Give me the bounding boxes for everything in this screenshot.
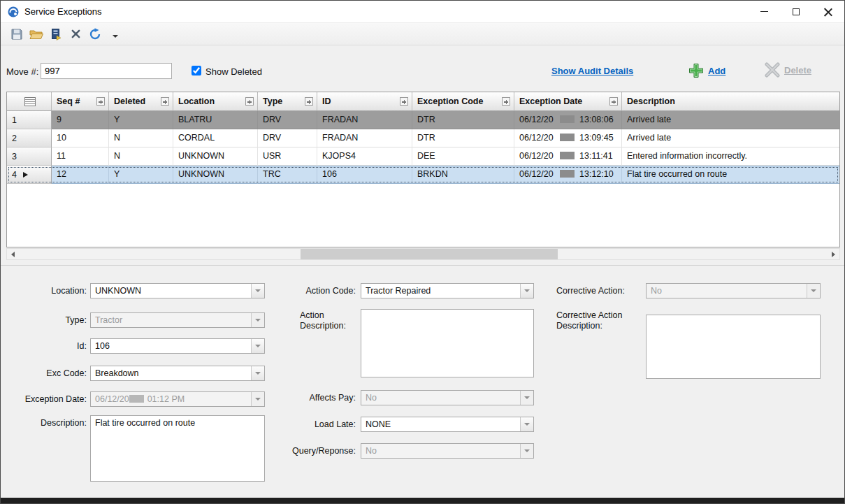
scroll-right-button[interactable] [828,249,839,259]
cell-description: Entered information incorrectly. [622,147,839,166]
row-number-cell[interactable]: 4 [7,166,52,184]
dropdown-button[interactable] [520,417,533,431]
redaction-box [129,395,144,403]
redaction-box [560,115,575,123]
redaction-box [560,152,575,159]
cell-exception-code: DTR [412,129,514,147]
column-header-id[interactable]: ID [317,92,412,110]
column-header-description[interactable]: Description [622,92,839,110]
add-button[interactable]: Add [688,62,725,79]
refresh-icon [89,28,101,41]
cell-deleted: N [109,147,173,166]
table-row[interactable]: 2 10 N CORDAL DRV FRADAN DTR 06/12/2013:… [7,129,839,147]
row-number-cell[interactable]: 1 [7,111,52,129]
window-title: Service Exceptions [24,6,102,17]
action-code-combo[interactable]: Tractor Repaired [361,283,534,298]
move-number-label: Move #: [6,66,38,77]
chevron-down-icon [811,289,816,292]
description-label: Description: [6,418,87,429]
pin-icon[interactable] [400,97,408,106]
export-button[interactable] [47,25,65,43]
row-selector-icon [24,97,36,106]
column-header-seq[interactable]: Seq # [52,92,109,110]
cell-deleted: Y [109,166,173,184]
close-icon [824,8,832,16]
cell-location: BLATRU [173,111,258,129]
show-audit-details-link[interactable]: Show Audit Details [551,66,633,76]
pin-icon[interactable] [161,97,169,106]
toolbar [1,23,844,45]
dropdown-button[interactable] [251,366,264,380]
exc-code-combo[interactable]: Breakdown [90,366,265,381]
chevron-down-icon [524,289,530,292]
pin-icon[interactable] [305,97,313,106]
table-row[interactable]: 1 9 Y BLATRU DRV FRADAN DTR 06/12/2013:0… [7,111,839,129]
active-row-marker-icon [23,172,28,178]
column-header-location[interactable]: Location [173,92,258,110]
scroll-left-button[interactable] [7,249,19,259]
pin-icon[interactable] [502,97,510,106]
pin-icon[interactable] [96,97,105,106]
dropdown-button[interactable] [251,339,264,353]
type-combo: Tractor [90,312,265,328]
cell-description: Flat tire occurred on route [622,166,839,184]
close-button[interactable] [812,1,844,22]
redaction-box [560,170,575,178]
action-description-textarea[interactable] [361,309,534,377]
show-deleted-checkbox[interactable] [192,66,201,75]
delete-label: Delete [784,65,811,75]
pin-icon[interactable] [609,97,618,106]
details-panel: Location: UNKNOWN Type: Tractor Id: 106 … [1,265,844,498]
query-response-combo: No [361,443,534,459]
exception-date-combo: 06/12/2001:12 PM [90,391,265,407]
save-button[interactable] [8,25,26,43]
refresh-button[interactable] [86,25,104,43]
chevron-down-icon [524,449,530,452]
cell-id: FRADAN [317,129,412,147]
column-header-deleted[interactable]: Deleted [109,92,173,110]
open-button[interactable] [27,25,45,43]
chevron-down-icon [524,396,530,399]
id-combo[interactable]: 106 [90,338,265,354]
dropdown-button [807,284,820,298]
action-code-label: Action Code: [293,286,356,296]
maximize-icon [793,8,800,15]
load-late-combo[interactable]: NONE [361,417,534,432]
dropdown-button[interactable] [251,284,264,298]
delete-row-button[interactable] [66,25,85,43]
cell-seq: 9 [52,111,109,129]
maximize-button[interactable] [780,1,812,22]
description-textarea[interactable]: Flat tire occurred on route [90,415,265,482]
table-row-selected[interactable]: 4 12 Y UNKNOWN TRC 106 BRKDN 06/12/2013:… [7,166,839,184]
column-header-type[interactable]: Type [258,92,317,110]
dropdown-button [520,391,533,405]
corrective-action-label: Corrective Action: [556,286,644,296]
query-response-label: Query/Reponse: [287,446,356,456]
dropdown-button [520,444,533,458]
corrective-action-description-label: Corrective Action Description: [556,310,644,331]
action-description-label: Action Description: [300,310,357,331]
dropdown-button[interactable] [520,284,533,298]
column-header-exception-date[interactable]: Exception Date [514,92,622,110]
pin-icon[interactable] [245,97,254,106]
move-number-input[interactable] [41,63,172,79]
location-combo[interactable]: UNKNOWN [90,283,265,298]
title-bar[interactable]: Service Exceptions [1,1,844,23]
cell-exception-code: DTR [412,111,514,129]
row-number-cell[interactable]: 3 [7,147,52,166]
minimize-button[interactable] [748,1,780,22]
save-icon [10,28,23,41]
horizontal-scrollbar[interactable] [6,248,840,260]
add-label: Add [708,66,725,76]
cell-location: CORDAL [173,129,258,147]
corrective-action-description-textarea[interactable] [646,315,821,379]
column-header-exception-code[interactable]: Exception Code [412,92,514,110]
delete-button[interactable]: Delete [764,62,811,78]
scrollbar-thumb[interactable] [301,249,558,259]
table-row[interactable]: 3 11 N UNKNOWN USR KJOPS4 DEE 06/12/2013… [7,147,839,166]
row-number-cell[interactable]: 2 [7,129,52,147]
grid-corner-header[interactable] [7,92,52,110]
chevron-down-icon [255,289,261,292]
toolbar-options-button[interactable] [106,25,124,43]
show-deleted-label: Show Deleted [205,66,262,77]
